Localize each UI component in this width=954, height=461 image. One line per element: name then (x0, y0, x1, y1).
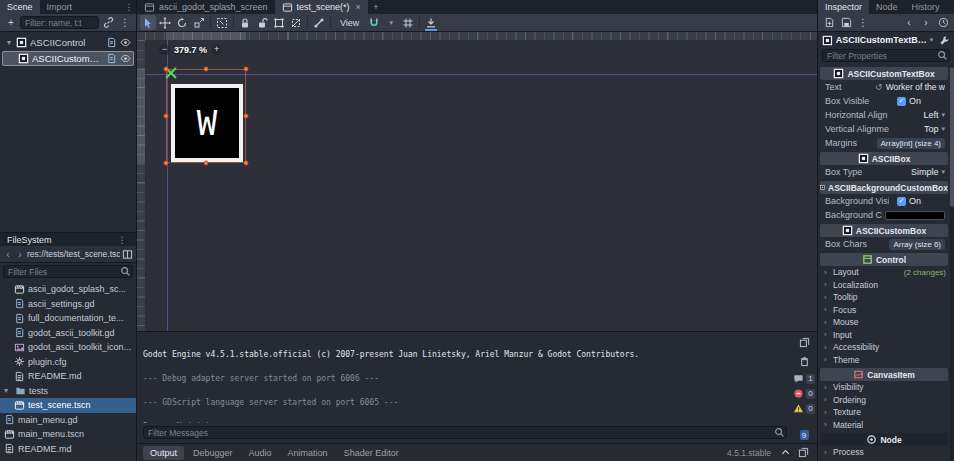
canvas-viewport[interactable]: W − 379.7 % + (137, 32, 817, 331)
resize-handle-tr[interactable] (244, 67, 249, 72)
visibility-eye-icon[interactable] (120, 37, 131, 48)
tree-row-asciicontrol[interactable]: ▾ ASCIIControl (2, 35, 134, 50)
bottom-tab-output[interactable]: Output (143, 446, 184, 460)
bottom-tab-audio[interactable]: Audio (242, 446, 279, 460)
ascii-textbox-node[interactable]: W (171, 84, 243, 162)
history-back-icon[interactable]: ‹ (3, 249, 13, 260)
attached-script-icon[interactable] (106, 37, 117, 48)
group-nodes-button[interactable] (271, 15, 287, 30)
resize-handle-t[interactable] (204, 67, 209, 72)
file-row-selected[interactable]: test_scene.tscn (0, 398, 136, 413)
move-tool-button[interactable] (157, 15, 173, 30)
resize-handle-l[interactable] (164, 114, 169, 119)
zoom-out-button[interactable]: − (159, 44, 170, 55)
lock-node-button[interactable] (237, 15, 253, 30)
filesystem-menu-icon[interactable]: ⋮ (115, 235, 129, 245)
resource-menu-icon[interactable]: ⋮ (855, 15, 871, 30)
attached-script-icon[interactable] (106, 53, 117, 64)
expand-bottom-panel-button[interactable] (777, 445, 793, 460)
revert-icon[interactable]: ↺ (875, 82, 883, 92)
bottom-tab-animation[interactable]: Animation (281, 446, 335, 460)
folder-row-tests[interactable]: ▾ tests (0, 384, 136, 399)
bottom-tab-shader-editor[interactable]: Shader Editor (337, 446, 406, 460)
bottom-tab-debugger[interactable]: Debugger (186, 446, 240, 460)
filesystem-header[interactable]: FileSystem ⋮ (0, 232, 136, 246)
tab-test-scene[interactable]: test_scene(*) × (275, 0, 368, 14)
group-accessibility[interactable]: › Accessibility (818, 341, 950, 354)
history-back-button[interactable]: ‹ (901, 15, 917, 30)
checkbox-checked-icon[interactable]: ✓ (897, 197, 906, 206)
resize-handle-bl[interactable] (164, 161, 169, 166)
zoom-in-button[interactable]: + (211, 44, 222, 55)
group-localization[interactable]: › Localization (818, 279, 950, 292)
instantiate-scene-icon[interactable] (100, 15, 116, 30)
group-process[interactable]: › Process (818, 446, 950, 459)
history-forward-button[interactable]: › (918, 15, 934, 30)
zoom-level-button[interactable]: 379.7 % (174, 45, 207, 55)
tab-import[interactable]: Import (40, 0, 80, 14)
scene-filter-input[interactable] (20, 16, 99, 29)
select-tool-button[interactable] (140, 15, 156, 30)
warnings-count-toggle[interactable]: 0 (793, 403, 815, 414)
group-visibility[interactable]: › Visibility (818, 381, 950, 394)
scrollbar-thumb[interactable] (950, 67, 954, 207)
tab-scene[interactable]: Scene (0, 0, 40, 14)
horizontal-align-dropdown[interactable]: Left (923, 110, 938, 120)
tab-ascii-godot-splash-screen[interactable]: ascii_godot_splash_screen (137, 0, 275, 14)
file-row[interactable]: ascii_godot_splash_sc... (0, 282, 136, 297)
file-row[interactable]: godot_ascii_toolkit.gd (0, 326, 136, 341)
tab-inspector[interactable]: Inspector (818, 0, 869, 14)
resize-handle-r[interactable] (244, 114, 249, 119)
checkbox-checked-icon[interactable]: ✓ (897, 97, 906, 106)
save-resource-button[interactable] (838, 15, 854, 30)
snap-toggle-button[interactable] (366, 15, 382, 30)
skeleton-options-button[interactable] (311, 15, 327, 30)
make-floating-button[interactable] (795, 445, 811, 460)
background-color-swatch[interactable] (885, 211, 945, 220)
resize-handle-br[interactable] (244, 161, 249, 166)
edit-history-button[interactable] (935, 15, 951, 30)
project-export-button[interactable] (423, 15, 439, 30)
group-layout[interactable]: › Layout (2 changes) (818, 266, 950, 279)
unlock-node-button[interactable] (254, 15, 270, 30)
tree-row-asciicustomtextbox[interactable]: ASCIICustomTextBox (2, 51, 134, 66)
editor-log-count-toggle[interactable]: 9 (800, 430, 809, 440)
rotate-tool-button[interactable] (174, 15, 190, 30)
scene-dock-menu-icon[interactable]: ⋮ (117, 15, 133, 30)
extra-options-wrench-icon[interactable] (939, 35, 950, 46)
text-value-field[interactable]: Worker of the w (886, 82, 945, 92)
view-menu[interactable]: View (334, 15, 365, 30)
file-row[interactable]: godot_ascii_toolkit_icon... (0, 340, 136, 355)
box-chars-array-button[interactable]: Array (size 6) (889, 239, 945, 250)
expander-icon[interactable]: ▾ (4, 386, 12, 395)
scale-tool-button[interactable] (191, 15, 207, 30)
group-ordering[interactable]: › Ordering (818, 394, 950, 407)
visibility-eye-icon[interactable] (120, 53, 131, 64)
group-tooltip[interactable]: › Tooltip (818, 291, 950, 304)
group-texture[interactable]: › Texture (818, 406, 950, 419)
group-mouse[interactable]: › Mouse (818, 316, 950, 329)
filesystem-filter-input[interactable] (3, 265, 133, 278)
grid-toggle-button[interactable] (400, 15, 416, 30)
group-theme[interactable]: › Theme (818, 354, 950, 367)
margins-array-button[interactable]: Array[int] (size 4) (877, 138, 945, 149)
group-material[interactable]: › Material (818, 419, 950, 432)
add-node-button[interactable]: + (3, 15, 19, 30)
clear-log-button[interactable] (796, 354, 812, 369)
ungroup-nodes-button[interactable] (288, 15, 304, 30)
inspector-filter-input[interactable] (822, 49, 950, 62)
version-label[interactable]: 4.5.1.stable (723, 448, 775, 458)
output-filter-input[interactable] (143, 426, 787, 439)
tab-history[interactable]: History (905, 0, 947, 14)
file-row[interactable]: full_documentation_te... (0, 311, 136, 326)
edited-object-selector[interactable]: ASCIICustomTextBox ▾ (818, 32, 954, 48)
close-tab-icon[interactable]: × (356, 2, 361, 12)
file-row[interactable]: ascii_settings.gd (0, 297, 136, 312)
resize-handle-b[interactable] (204, 161, 209, 166)
file-row[interactable]: plugin.cfg (0, 355, 136, 370)
file-row[interactable]: README.md (0, 369, 136, 384)
file-row[interactable]: main_menu.gd (0, 413, 136, 428)
history-forward-icon[interactable]: › (15, 249, 25, 260)
group-input[interactable]: › Input (818, 329, 950, 342)
file-row[interactable]: main_menu.tscn (0, 427, 136, 442)
